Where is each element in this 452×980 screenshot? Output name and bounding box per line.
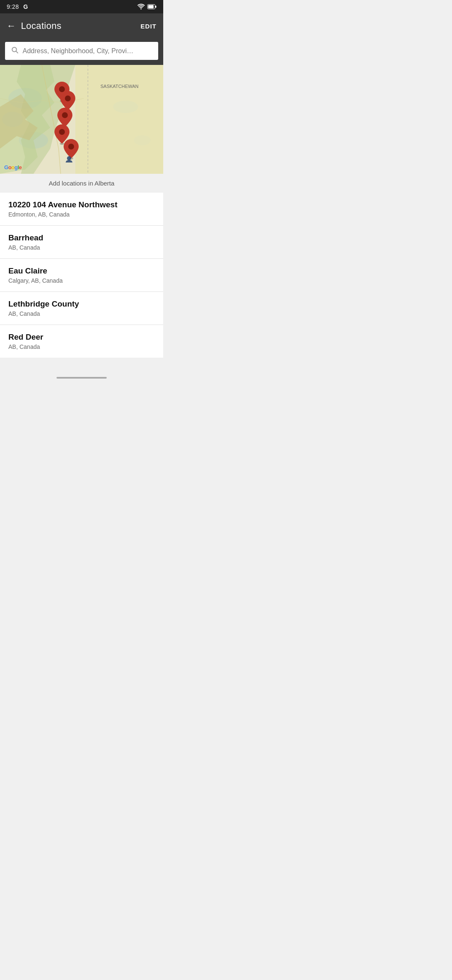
map-svg: SASKATCHEWAN <box>0 65 163 174</box>
svg-line-4 <box>16 51 18 53</box>
search-bar-section <box>0 39 163 65</box>
location-subtitle: AB, Canada <box>8 310 155 317</box>
svg-point-22 <box>68 144 74 150</box>
list-item[interactable]: 10220 104 Avenue Northwest Edmonton, AB,… <box>0 193 163 226</box>
list-item[interactable]: Lethbridge County AB, Canada <box>0 292 163 325</box>
location-subtitle: Calgary, AB, Canada <box>8 277 155 284</box>
battery-icon <box>147 4 157 9</box>
location-name: Barrhead <box>8 233 155 242</box>
carrier-icon: G <box>23 3 28 10</box>
list-item[interactable]: Eau Claire Calgary, AB, Canada <box>0 259 163 292</box>
wifi-icon <box>137 4 145 10</box>
svg-point-18 <box>62 112 68 118</box>
svg-rect-11 <box>75 65 163 174</box>
add-locations-text: Add locations in Alberta <box>49 180 115 187</box>
location-name: 10220 104 Avenue Northwest <box>8 200 155 209</box>
map-area[interactable]: SASKATCHEWAN <box>0 65 163 174</box>
edit-button[interactable]: EDIT <box>141 23 157 30</box>
location-list: 10220 104 Avenue Northwest Edmonton, AB,… <box>0 193 163 358</box>
location-name: Eau Claire <box>8 266 155 276</box>
google-logo: Google <box>4 164 22 170</box>
status-bar: 9:28 G <box>0 0 163 13</box>
location-name: Red Deer <box>8 333 155 342</box>
svg-rect-1 <box>148 5 154 8</box>
svg-point-23 <box>67 156 71 160</box>
search-icon <box>11 46 18 56</box>
home-indicator <box>56 377 107 379</box>
location-name: Lethbridge County <box>8 299 155 309</box>
status-time-wrap: 9:28 G <box>7 3 28 10</box>
location-subtitle: AB, Canada <box>8 343 155 350</box>
add-locations-banner: Add locations in Alberta <box>0 174 163 193</box>
list-item[interactable]: Barrhead AB, Canada <box>0 226 163 259</box>
list-item[interactable]: Red Deer AB, Canada <box>0 325 163 358</box>
search-bar[interactable] <box>5 42 158 60</box>
status-time: 9:28 <box>7 3 19 10</box>
toolbar-left: ← Locations <box>7 21 62 31</box>
bottom-spacer <box>0 358 163 383</box>
status-icons <box>137 4 157 10</box>
back-button[interactable]: ← <box>7 21 16 31</box>
svg-point-20 <box>59 129 65 135</box>
toolbar: ← Locations EDIT <box>0 13 163 39</box>
location-subtitle: Edmonton, AB, Canada <box>8 211 155 218</box>
svg-rect-2 <box>155 6 157 8</box>
map-label: SASKATCHEWAN <box>100 84 139 89</box>
svg-point-16 <box>65 95 71 101</box>
location-subtitle: AB, Canada <box>8 244 155 251</box>
svg-point-14 <box>59 86 65 92</box>
search-input[interactable] <box>23 47 152 55</box>
page-title: Locations <box>21 21 62 31</box>
